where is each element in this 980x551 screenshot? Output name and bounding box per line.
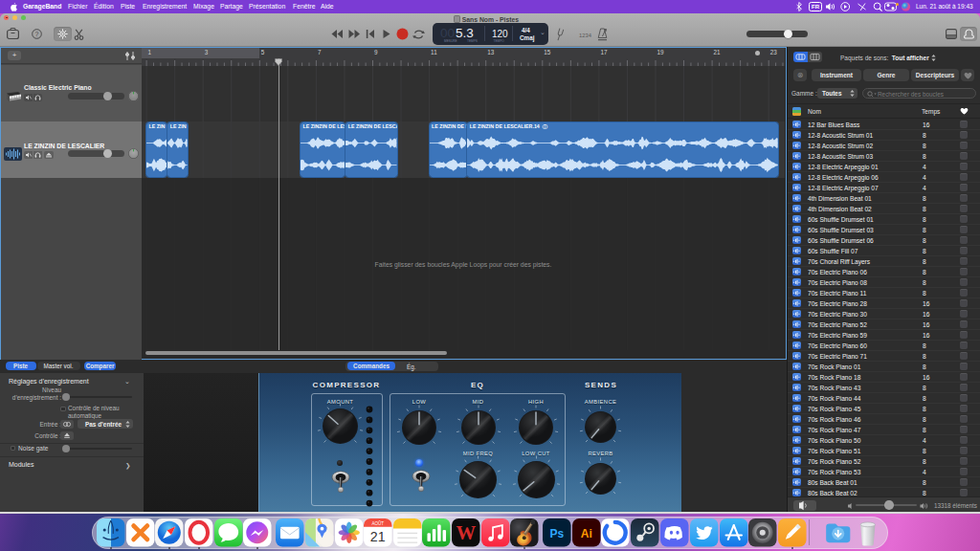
svg-text:W: W (456, 522, 476, 543)
svg-text:21: 21 (370, 529, 386, 544)
svg-text:Ai: Ai (580, 527, 591, 540)
svg-text:1234: 1234 (579, 32, 592, 37)
svg-text:AOÛT: AOÛT (371, 519, 384, 525)
svg-text:?: ? (35, 31, 39, 37)
svg-text:Ps: Ps (549, 527, 564, 540)
